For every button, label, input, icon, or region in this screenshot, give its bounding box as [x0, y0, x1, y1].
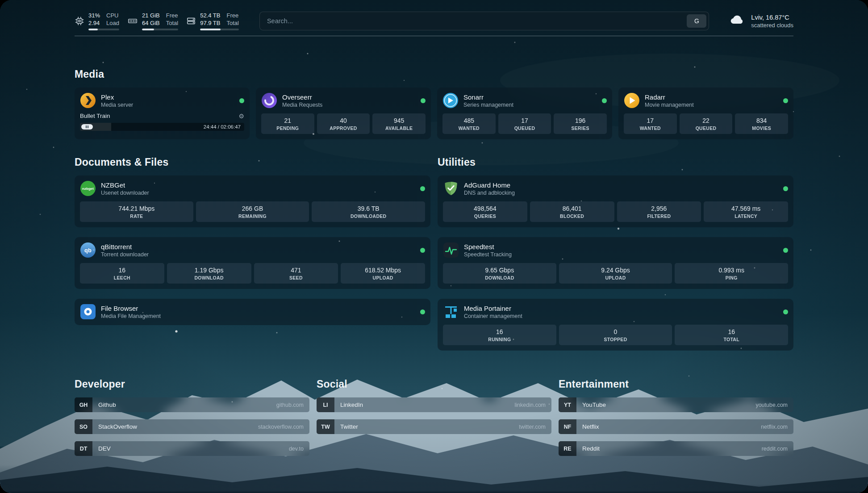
stat-upload: 9.24 Gbps UPLOAD	[559, 263, 672, 284]
service-desc: Media File Management	[101, 313, 161, 319]
cpu-progress-fill	[88, 29, 98, 30]
bookmarks-developer: Developer GH Github github.com SO StackO…	[75, 378, 309, 463]
bookmark-youtube[interactable]: YT YouTube youtube.com	[559, 397, 793, 412]
weather-condition: scattered clouds	[751, 22, 793, 29]
bookmark-abbr: DT	[75, 441, 92, 456]
search-bar[interactable]: G	[259, 12, 709, 30]
now-playing-title: Bullet Train	[80, 113, 110, 119]
section-title-documents: Documents & Files	[75, 156, 430, 168]
dashboard-screen: 31% CPU 2.94 Load	[0, 0, 868, 493]
disk-widget: 52.4 TB Free 97.9 TB Total	[186, 12, 239, 30]
stat-movies: 834 MOVIES	[735, 113, 788, 134]
bookmark-abbr: SO	[75, 419, 92, 434]
bookmark-abbr: LI	[317, 397, 334, 412]
section-title-utilities: Utilities	[438, 156, 793, 168]
top-bar: 31% CPU 2.94 Load	[75, 12, 793, 30]
sonarr-icon	[442, 92, 459, 109]
stat-remaining: 266 GB REMAINING	[196, 201, 309, 222]
pause-button[interactable]	[81, 124, 93, 130]
overseerr-icon	[261, 92, 277, 109]
cloud-icon	[728, 13, 746, 29]
stat-total: 16 TOTAL	[675, 325, 788, 345]
cpu-widget: 31% CPU 2.94 Load	[75, 12, 119, 30]
stat-wanted: 485 WANTED	[442, 113, 496, 134]
bookmark-abbr: GH	[75, 397, 92, 412]
service-desc: Container management	[464, 313, 522, 319]
memory-total-value: 64 GiB	[142, 19, 160, 27]
section-utilities: Utilities AdGuard Home DNS and	[438, 156, 793, 360]
service-name: Media Portainer	[464, 305, 522, 312]
gear-icon[interactable]: ⚙	[238, 113, 244, 119]
bookmark-netflix[interactable]: NF Netflix netflix.com	[559, 419, 793, 434]
stat-blocked: 86,401 BLOCKED	[530, 201, 614, 222]
service-name: Overseerr	[282, 93, 322, 101]
cpu-label: CPU	[106, 12, 119, 19]
service-name: AdGuard Home	[464, 181, 515, 189]
resource-widgets: 31% CPU 2.94 Load	[75, 12, 239, 30]
section-title-developer: Developer	[75, 378, 309, 390]
memory-free-label: Free	[166, 12, 178, 19]
bookmark-abbr: RE	[559, 441, 576, 456]
service-name: NZBGet	[101, 181, 149, 189]
stat-queued: 22 QUEUED	[680, 113, 733, 134]
bookmark-dev[interactable]: DT DEV dev.to	[75, 441, 309, 456]
service-card-adguard[interactable]: AdGuard Home DNS and adblocking 498,564 …	[438, 175, 793, 227]
disk-progress-bar	[200, 29, 239, 30]
stat-filtered: 2,956 FILTERED	[617, 201, 701, 222]
service-desc: DNS and adblocking	[464, 190, 515, 196]
portainer-icon	[443, 304, 459, 320]
disk-total-label: Total	[226, 19, 238, 27]
svg-text:nzbget: nzbget	[82, 187, 94, 191]
cpu-progress-bar	[88, 29, 119, 30]
disk-progress-fill	[200, 29, 221, 30]
service-desc: Movie management	[645, 102, 694, 108]
stat-download: 1.19 Gbps DOWNLOAD	[167, 263, 251, 284]
section-media: Media Plex	[75, 68, 793, 139]
service-card-radarr[interactable]: Radarr Movie management 17 WANTED 22 QUE…	[618, 88, 793, 139]
stat-leech: 16 LEECH	[80, 263, 164, 284]
service-card-overseerr[interactable]: Overseerr Media Requests 21 PENDING 40 A…	[256, 88, 431, 139]
stat-wanted: 17 WANTED	[624, 113, 677, 134]
weather-widget: Lviv, 16.87°C scattered clouds	[728, 13, 793, 29]
stat-latency: 47.569 ms LATENCY	[704, 201, 788, 222]
service-card-portainer[interactable]: Media Portainer Container management 16 …	[438, 299, 793, 351]
nzbget-icon: nzbget	[80, 180, 96, 196]
speedtest-icon	[443, 242, 459, 258]
service-name: Plex	[101, 93, 133, 101]
service-card-sonarr[interactable]: Sonarr Series management 485 WANTED 17 Q…	[437, 88, 612, 139]
bookmark-abbr: YT	[559, 397, 576, 412]
section-title-entertainment: Entertainment	[559, 378, 793, 390]
section-documents-files: Documents & Files nzbget NZBGet Usenet d…	[75, 156, 430, 335]
service-card-nzbget[interactable]: nzbget NZBGet Usenet downloader 744.21 M…	[75, 175, 430, 227]
memory-progress-bar	[142, 29, 178, 30]
bookmark-linkedin[interactable]: LI LinkedIn linkedin.com	[317, 397, 551, 412]
stat-queued: 17 QUEUED	[498, 113, 551, 134]
bookmark-stackoverflow[interactable]: SO StackOverflow stackoverflow.com	[75, 419, 309, 434]
service-card-qbittorrent[interactable]: qb qBittorrent Torrent downloader 16 LEE…	[75, 237, 430, 289]
topbar-divider	[75, 36, 793, 36]
search-provider-button[interactable]: G	[687, 14, 706, 28]
bookmarks-entertainment: Entertainment YT YouTube youtube.com NF …	[559, 378, 793, 463]
search-input[interactable]	[266, 17, 687, 25]
memory-total-label: Total	[166, 19, 178, 27]
status-dot	[602, 98, 607, 103]
bookmark-reddit[interactable]: RE Reddit reddit.com	[559, 441, 793, 456]
service-card-speedtest[interactable]: Speedtest Speedtest Tracking 9.65 Gbps D…	[438, 237, 793, 289]
bookmark-github[interactable]: GH Github github.com	[75, 397, 309, 412]
memory-widget: 21 GiB Free 64 GiB Total	[127, 12, 178, 30]
disk-icon	[186, 16, 196, 26]
playback-progress-bar[interactable]: 24:44 / 02:06:47	[80, 123, 244, 131]
stat-upload: 618.52 Mbps UPLOAD	[341, 263, 425, 284]
memory-icon	[127, 16, 138, 26]
service-card-plex[interactable]: Plex Media server Bullet Train ⚙ 24:44 /…	[75, 88, 250, 139]
service-card-filebrowser[interactable]: File Browser Media File Management	[75, 299, 430, 325]
service-desc: Media Requests	[282, 102, 322, 108]
stat-available: 945 AVAILABLE	[372, 113, 426, 134]
section-title-media: Media	[75, 68, 793, 80]
bookmark-abbr: NF	[559, 419, 576, 434]
stat-download: 9.65 Gbps DOWNLOAD	[443, 263, 556, 284]
service-name: Radarr	[645, 93, 694, 101]
bookmark-twitter[interactable]: TW Twitter twitter.com	[317, 419, 551, 434]
status-dot	[783, 248, 788, 253]
adguard-icon	[443, 180, 459, 196]
